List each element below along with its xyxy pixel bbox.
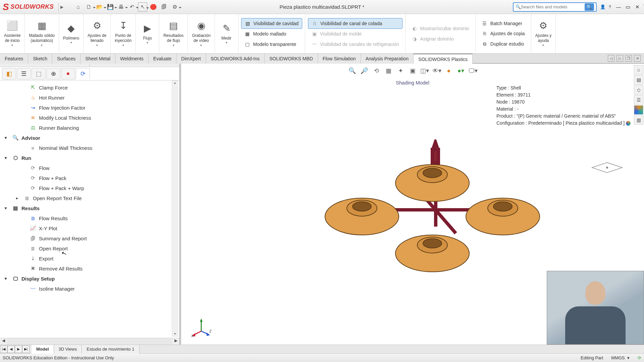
zoom-fit-icon[interactable]: 🔍 <box>347 66 357 76</box>
settings-icon[interactable]: ⚙ <box>170 2 179 12</box>
taskpane-prop-icon[interactable]: ☰ <box>634 95 643 105</box>
undo-icon[interactable]: ↶ <box>127 2 137 12</box>
config-tab[interactable]: ⬚ <box>32 68 46 79</box>
appearance-icon[interactable]: ● <box>444 66 454 76</box>
property-tab[interactable]: ☰ <box>17 68 31 79</box>
btab-3d-views[interactable]: 3D Views <box>54 345 82 354</box>
expand-icon[interactable]: ▶ <box>60 5 63 9</box>
tab-next-icon[interactable]: ▷ <box>616 55 623 62</box>
ribbon-help-btn[interactable]: ⚙Ajustes y ayuda▾ <box>531 14 556 53</box>
search-button[interactable]: 🔍 <box>585 3 594 11</box>
hscroll-right-icon[interactable]: ▶ <box>172 338 179 345</box>
tab-solidworks-plastics[interactable]: SOLIDWORKS Plastics <box>414 54 473 64</box>
search-input[interactable] <box>521 4 585 9</box>
tab-solidworks-add-ins[interactable]: SOLIDWORKS Add-Ins <box>206 54 265 64</box>
prev-view-icon[interactable]: ⟲ <box>371 66 381 76</box>
tab-sheet-metal[interactable]: Sheet Metal <box>80 54 115 64</box>
tree-item-summary-and-report[interactable]: 🗐Summary and Report <box>0 233 179 243</box>
ribbon-stack-3-item-2[interactable]: ⧉Duplicar estudio <box>478 39 528 49</box>
tab-close-icon[interactable]: ✕ <box>634 55 641 62</box>
taskpane-home-icon[interactable]: ⌂ <box>634 65 643 74</box>
dimxpert-tab[interactable]: ⊕ <box>46 68 60 79</box>
tree-item-x-y-plot[interactable]: 📈X-Y Plot <box>0 223 179 233</box>
ribbon-btn-2[interactable]: ◆Polímero▾ <box>59 14 84 53</box>
close-button[interactable]: ✕ <box>633 3 641 11</box>
print-icon[interactable]: 🖶 <box>116 2 126 12</box>
status-rebuild-icon[interactable]: ⟳ <box>638 355 641 360</box>
taskpane-appear-icon[interactable] <box>634 105 643 115</box>
display-tab[interactable]: ● <box>61 68 75 79</box>
taskpane-lib-icon[interactable]: ▤ <box>634 75 643 84</box>
hscroll-track[interactable] <box>7 338 172 345</box>
status-units[interactable]: MMGS ▾ <box>611 355 630 360</box>
open-doc-icon[interactable]: 📂 <box>95 2 104 12</box>
maximize-button[interactable]: ▭ <box>624 3 632 11</box>
tree-item-clamp-force[interactable]: ⇱Clamp Force <box>0 82 179 93</box>
tree-item-flow-injection-factor[interactable]: ↝Flow Injection Factor <box>0 103 179 113</box>
tree-scrollbar[interactable]: ▴ ▾ <box>172 80 178 337</box>
search-box[interactable]: 🔍 🔍 <box>513 2 597 12</box>
tree-item-runner-balancing[interactable]: ⚖Runner Balancing <box>0 123 179 133</box>
ribbon-btn-0[interactable]: ⬜Asistente de inicio▾ <box>0 14 25 53</box>
tree-item-flow-results[interactable]: 🗎Flow Results <box>0 213 179 223</box>
tree-item-open-report[interactable]: 🗏Open Report <box>0 243 179 253</box>
ribbon-stack-3-item-0[interactable]: ☰Batch Manager <box>478 18 528 28</box>
tab-analysis-preparation[interactable]: Analysis Preparation <box>361 54 414 64</box>
ribbon-btn-1[interactable]: ▦Mallado sólido (automático)▾ <box>25 14 59 53</box>
mt-first-icon[interactable]: |◀ <box>0 346 7 353</box>
graphics-viewport[interactable]: 🔍 🔎 ⟲ ▦ ✦ ▣ ◫▾ 👁▾ ● ●▾ 🖵▾ Shading Model … <box>181 64 644 345</box>
tree-item-results[interactable]: ▾▤Results <box>0 203 179 213</box>
hide-show-icon[interactable]: 👁▾ <box>432 66 442 76</box>
ribbon-btn-5[interactable]: ▶Flujo▾ <box>136 14 159 53</box>
tree-item-hot-runner[interactable]: ♨Hot Runner <box>0 93 179 103</box>
ribbon-btn-3[interactable]: ⚙Ajustes de llenado▾ <box>84 14 111 53</box>
mt-prev-icon[interactable]: ◀ <box>7 346 15 353</box>
home-icon[interactable]: ⌂ <box>73 2 83 12</box>
hscroll-left-icon[interactable]: ◀ <box>0 338 7 345</box>
minimize-button[interactable]: — <box>614 3 623 11</box>
tab-sketch[interactable]: Sketch <box>28 54 52 64</box>
ribbon-btn-8[interactable]: ✎Medir▾ <box>215 14 238 53</box>
rebuild-icon[interactable]: 🛑 <box>149 2 158 12</box>
tab-surfaces[interactable]: Surfaces <box>52 54 80 64</box>
tree-item-flow[interactable]: ⟳Flow <box>0 163 179 173</box>
panel-grip[interactable]: ○ <box>0 64 179 67</box>
tree-item-flow-pack[interactable]: ⟳Flow + Pack <box>0 173 179 183</box>
options-icon[interactable]: 🗐 <box>159 2 169 12</box>
tree-item-display-setup[interactable]: ▾🖵Display Setup <box>0 274 179 284</box>
view-orient-icon[interactable]: ▣ <box>408 66 418 76</box>
btab-estudio-de-movimiento-1[interactable]: Estudio de movimiento 1 <box>82 345 139 354</box>
btab-model[interactable]: Model <box>32 345 54 354</box>
ribbon-btn-4[interactable]: ↧Punto de inyección▾ <box>111 14 136 53</box>
view-compass[interactable] <box>590 158 624 178</box>
tab-flow-simulation[interactable]: Flow Simulation <box>318 54 361 64</box>
tree-item-nominal-wall-thickness[interactable]: ≡Nominal Wall Thickness <box>0 143 179 153</box>
tree-item-modify-local-thickness[interactable]: ≋Modify Local Thickness <box>0 113 179 123</box>
scroll-down-icon[interactable]: ▾ <box>172 332 177 336</box>
plastics-tab[interactable]: ⟳ <box>76 68 90 79</box>
scroll-up-icon[interactable]: ▴ <box>172 81 177 84</box>
tree-item-run[interactable]: ▾⬡Run <box>0 153 179 163</box>
section-view-icon[interactable]: ▦ <box>383 66 393 76</box>
tree-item-remove-all-results[interactable]: ✖Remove All Results <box>0 263 179 274</box>
ribbon-stack-3-item-1[interactable]: ⎘Ajustes de copia <box>478 28 528 39</box>
ribbon-stack-1-item-0[interactable]: ⎍Visibilidad de canal de colada <box>308 18 402 29</box>
taskpane-view-icon[interactable]: ◇ <box>634 85 643 95</box>
tab-prev-icon[interactable]: ◁ <box>608 55 614 62</box>
help-icon[interactable]: ? <box>609 4 611 9</box>
save-icon[interactable]: 💾 <box>106 2 115 12</box>
tab-weldments[interactable]: Weldments <box>115 54 149 64</box>
tree-item-isoline-manager[interactable]: 〰Isoline Manager <box>0 284 179 294</box>
panel-hscroll[interactable]: ◀ ▶ <box>0 338 179 345</box>
scene-icon[interactable]: ●▾ <box>456 66 466 76</box>
mt-last-icon[interactable]: ▶| <box>22 346 30 353</box>
tree-item-export[interactable]: ⤓Export <box>0 253 179 263</box>
tab-evaluate[interactable]: Evaluate <box>149 54 176 64</box>
ribbon-stack-0-item-0[interactable]: ▧Visibilidad de cavidad <box>241 18 302 29</box>
new-doc-icon[interactable]: 🗋 <box>84 2 94 12</box>
tab-solidworks-mbd[interactable]: SOLIDWORKS MBD <box>265 54 318 64</box>
ribbon-btn-7[interactable]: ◉Grabación de vídeo▾ <box>188 14 215 53</box>
display-style-icon[interactable]: ◫▾ <box>420 66 430 76</box>
tab-restore-icon[interactable]: ❐ <box>625 55 632 62</box>
taskpane-custom-icon[interactable]: ▥ <box>634 115 643 125</box>
